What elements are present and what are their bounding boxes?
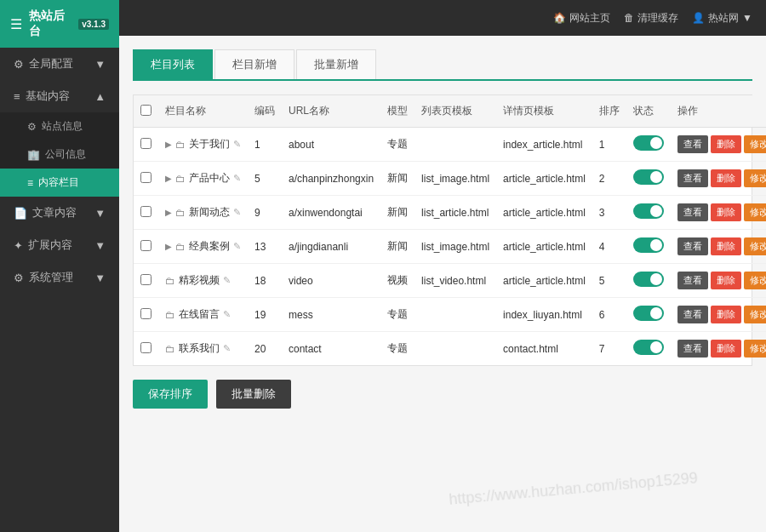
edit-name-icon[interactable]: ✎: [233, 207, 241, 218]
view-button[interactable]: 查看: [677, 169, 708, 187]
column-sort: 2: [592, 162, 626, 196]
expand-icon[interactable]: ▶: [165, 140, 172, 149]
user-icon: 👤: [692, 12, 705, 24]
edit-name-icon[interactable]: ✎: [233, 173, 241, 184]
arrow-down-icon3: ▼: [94, 239, 106, 252]
sidebar-item-article-content[interactable]: 📄 文章内容 ▼: [0, 197, 119, 229]
th-model: 模型: [380, 95, 414, 128]
view-button[interactable]: 查看: [677, 237, 708, 255]
folder-icon: 🗀: [175, 207, 186, 219]
delete-button[interactable]: 删除: [711, 169, 741, 187]
action-buttons: 查看删除修改: [677, 169, 766, 187]
column-name: 新闻动态: [189, 205, 230, 220]
status-toggle[interactable]: [633, 135, 664, 151]
view-button[interactable]: 查看: [677, 203, 708, 221]
save-sort-button[interactable]: 保存排序: [133, 380, 208, 409]
status-toggle[interactable]: [633, 272, 664, 287]
sidebar-label-extended: 扩展内容: [28, 237, 72, 253]
expand-icon[interactable]: ▶: [165, 242, 172, 251]
tab-column-list[interactable]: 栏目列表: [133, 49, 213, 79]
column-list-tpl: [414, 298, 496, 332]
clear-cache-button[interactable]: 🗑 清理缓存: [624, 11, 678, 26]
column-model: 专题: [380, 332, 414, 366]
edit-name-icon[interactable]: ✎: [223, 309, 231, 320]
row-checkbox[interactable]: [140, 342, 151, 353]
row-checkbox[interactable]: [140, 206, 151, 217]
action-buttons: 查看删除修改: [677, 135, 766, 153]
edit-name-icon[interactable]: ✎: [223, 275, 231, 286]
website-main-link[interactable]: 🏠 网站主页: [553, 11, 610, 26]
sidebar-group-basic: ≡ 基础内容 ▲ ⚙ 站点信息 🏢 公司信息 ≡ 内容栏目: [0, 80, 119, 197]
arrow-up-icon: ▲: [94, 90, 106, 103]
menu-icon: ≡: [14, 90, 20, 103]
edit-name-icon[interactable]: ✎: [233, 139, 241, 150]
expand-icon[interactable]: ▶: [165, 208, 172, 217]
edit-button[interactable]: 修改: [744, 340, 766, 358]
edit-button[interactable]: 修改: [744, 272, 766, 289]
th-sort: 排序: [592, 95, 626, 128]
edit-name-icon[interactable]: ✎: [233, 241, 241, 252]
tab-column-add[interactable]: 栏目新增: [214, 49, 294, 79]
folder-icon: 🗀: [165, 343, 175, 355]
th-list-tpl: 列表页模板: [414, 95, 496, 128]
extend-icon: ✦: [14, 239, 23, 252]
row-checkbox[interactable]: [140, 308, 151, 319]
expand-icon[interactable]: ▶: [165, 174, 172, 183]
sidebar-item-site-info[interactable]: ⚙ 站点信息: [0, 112, 119, 140]
sidebar-item-system-management[interactable]: ⚙ 系统管理 ▼: [0, 261, 119, 294]
column-sort: 5: [592, 264, 626, 298]
hot-site-menu[interactable]: 👤 热站网 ▼: [692, 11, 752, 26]
website-main-label: 网站主页: [569, 11, 610, 26]
edit-button[interactable]: 修改: [744, 169, 766, 187]
sidebar-item-extended-content[interactable]: ✦ 扩展内容 ▼: [0, 229, 119, 261]
status-toggle[interactable]: [633, 306, 664, 321]
select-all-checkbox[interactable]: [140, 105, 151, 116]
edit-button[interactable]: 修改: [744, 135, 766, 153]
status-toggle[interactable]: [633, 237, 664, 253]
view-button[interactable]: 查看: [677, 272, 708, 289]
row-checkbox[interactable]: [140, 274, 151, 285]
row-checkbox[interactable]: [140, 240, 151, 251]
view-button[interactable]: 查看: [677, 306, 708, 323]
main-content: 🏠 网站主页 🗑 清理缓存 👤 热站网 ▼ 栏目列表 栏目新增 批量新增: [119, 0, 766, 532]
row-checkbox[interactable]: [140, 172, 151, 183]
delete-button[interactable]: 删除: [711, 203, 741, 221]
delete-button[interactable]: 删除: [711, 237, 741, 255]
status-toggle[interactable]: [633, 203, 664, 219]
status-toggle[interactable]: [633, 169, 664, 185]
delete-button[interactable]: 删除: [711, 135, 741, 153]
hot-site-label: 热站网: [708, 11, 739, 26]
batch-delete-button[interactable]: 批量删除: [216, 380, 291, 409]
delete-button[interactable]: 删除: [711, 272, 741, 289]
column-list-tpl: [414, 332, 496, 366]
folder-icon: 🗀: [175, 241, 186, 253]
edit-name-icon[interactable]: ✎: [223, 343, 231, 354]
edit-button[interactable]: 修改: [744, 203, 766, 221]
hamburger-button[interactable]: ☰: [10, 16, 22, 32]
sidebar-item-global-config[interactable]: ⚙ 全局配置 ▼: [0, 48, 119, 80]
action-buttons: 查看删除修改: [677, 340, 766, 358]
app-version: v3.1.3: [78, 19, 109, 30]
sidebar-label-global: 全局配置: [29, 56, 73, 72]
sidebar-item-company-info[interactable]: 🏢 公司信息: [0, 140, 119, 169]
status-toggle[interactable]: [633, 340, 664, 355]
system-icon: ⚙: [14, 272, 24, 284]
sidebar-item-basic-content[interactable]: ≡ 基础内容 ▲: [0, 80, 119, 112]
sidebar-group-global: ⚙ 全局配置 ▼: [0, 48, 119, 80]
topbar: 🏠 网站主页 🗑 清理缓存 👤 热站网 ▼: [119, 0, 766, 36]
column-model: 视频: [380, 264, 414, 298]
article-icon: 📄: [14, 207, 27, 220]
column-url: mess: [282, 298, 380, 332]
view-button[interactable]: 查看: [677, 340, 708, 358]
sidebar-item-content-columns[interactable]: ≡ 内容栏目: [0, 169, 119, 197]
edit-button[interactable]: 修改: [744, 237, 766, 255]
edit-button[interactable]: 修改: [744, 306, 766, 323]
tab-batch-add[interactable]: 批量新增: [296, 49, 376, 79]
bottom-action-bar: 保存排序 批量删除: [133, 380, 752, 409]
cache-icon: 🗑: [624, 12, 634, 24]
delete-button[interactable]: 删除: [711, 306, 741, 323]
delete-button[interactable]: 删除: [711, 340, 741, 358]
view-button[interactable]: 查看: [677, 135, 708, 153]
column-code: 18: [248, 264, 282, 298]
row-checkbox[interactable]: [140, 138, 151, 149]
